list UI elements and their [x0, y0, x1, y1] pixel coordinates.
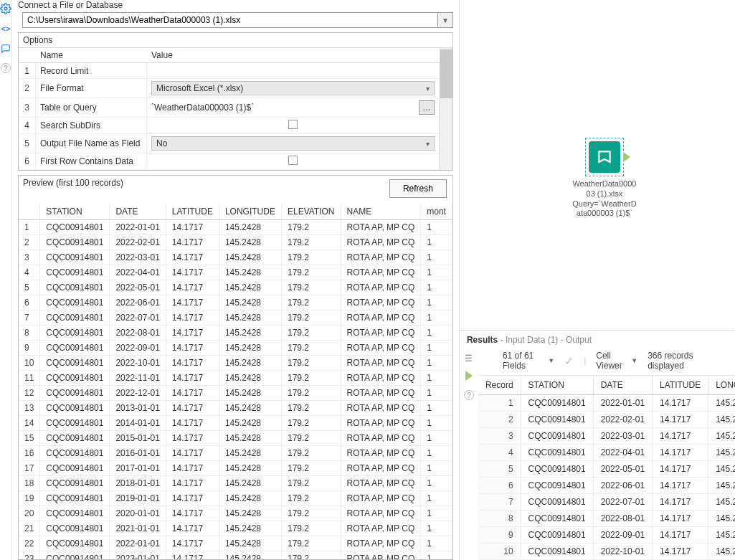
option-value[interactable]: No▾	[147, 134, 440, 153]
table-row[interactable]: 12CQC009148012022-12-0114.1717145.242817…	[19, 386, 452, 401]
option-value[interactable]	[147, 118, 440, 134]
results-header: Results - Input Data (1) - Output	[460, 330, 735, 348]
option-name: Record Limit	[36, 63, 147, 79]
file-path-dropdown[interactable]: ▼	[437, 12, 453, 28]
table-row[interactable]: 2CQC009148012022-02-0114.1717145.2428179…	[19, 235, 452, 250]
option-name: File Format	[36, 79, 147, 98]
table-row[interactable]: 5CQC009148012022-05-0114.1717145.2428179…	[19, 280, 452, 295]
preview-col-header[interactable]: ELEVATION	[281, 204, 341, 220]
table-row[interactable]: 11CQC009148012022-11-0114.1717145.242817…	[19, 371, 452, 386]
record-count: 366 records displayed	[648, 351, 714, 371]
table-row[interactable]: 22CQC009148012022-01-0114.1717145.242817…	[19, 536, 452, 551]
svg-point-0	[4, 7, 7, 10]
list-icon[interactable]: ☰	[465, 353, 473, 364]
preview-col-header[interactable]: NAME	[341, 204, 421, 220]
xml-icon[interactable]: <>	[0, 23, 11, 34]
option-name: Output File Name as Field	[36, 134, 147, 153]
table-row[interactable]: 4CQC009148012022-04-0114.1717145.2428	[478, 445, 735, 461]
option-value[interactable]: `WeatherData000003 (1)$`…	[147, 98, 440, 118]
table-row[interactable]: 16CQC009148012016-01-0114.1717145.242817…	[19, 446, 452, 461]
preview-col-header[interactable]: LATITUDE	[166, 204, 219, 220]
input-data-tool[interactable]: WeatherData000003 (1).xlsxQuery=`Weather…	[566, 138, 642, 219]
table-row[interactable]: 20CQC009148012020-01-0114.1717145.242817…	[19, 506, 452, 521]
results-col-header[interactable]: Record	[478, 376, 521, 395]
annotation-icon[interactable]	[0, 43, 11, 54]
refresh-button[interactable]: Refresh	[389, 179, 447, 198]
fields-dropdown[interactable]: 61 of 61 Fields▼	[503, 351, 554, 371]
workflow-canvas[interactable]: WeatherData000003 (1).xlsxQuery=`Weather…	[460, 0, 735, 330]
option-value[interactable]	[147, 63, 440, 79]
tool-caption: WeatherData000003 (1).xlsxQuery=`Weather…	[566, 179, 642, 219]
results-toolbar: 61 of 61 Fields▼ ✓ | Cell Viewer▼ 366 re…	[478, 348, 735, 376]
connect-title: Connect a File or Database	[12, 0, 459, 12]
results-col-header[interactable]: DATE	[593, 376, 652, 395]
table-row[interactable]: 14CQC009148012014-01-0114.1717145.242817…	[19, 416, 452, 431]
table-row[interactable]: 3CQC009148012022-03-0114.1717145.2428	[478, 428, 735, 445]
table-row[interactable]: 13CQC009148012013-01-0114.1717145.242817…	[19, 401, 452, 416]
options-scrollbar[interactable]	[440, 48, 452, 170]
table-row[interactable]: 6CQC009148012022-06-0114.1717145.2428	[478, 478, 735, 494]
options-label: Options	[19, 33, 452, 47]
table-row[interactable]: 9CQC009148012022-09-0114.1717145.2428179…	[19, 341, 452, 356]
output-anchor[interactable]	[623, 152, 630, 162]
results-col-header[interactable]: STATION	[521, 376, 593, 395]
table-row[interactable]: 18CQC009148012018-01-0114.1717145.242817…	[19, 476, 452, 491]
gear-icon[interactable]	[0, 3, 11, 14]
table-row[interactable]: 10CQC009148012022-10-0114.1717145.2428	[478, 544, 735, 560]
option-name: Table or Query	[36, 98, 147, 118]
option-name: First Row Contains Data	[36, 153, 147, 170]
table-row[interactable]: 9CQC009148012022-09-0114.1717145.2428	[478, 527, 735, 544]
results-col-header[interactable]: LONGITUDE	[708, 376, 735, 395]
left-icon-rail: <> ?	[0, 0, 12, 560]
table-row[interactable]: 15CQC009148012015-01-0114.1717145.242817…	[19, 431, 452, 446]
option-name: Search SubDirs	[36, 118, 147, 134]
results-help-icon[interactable]: ?	[464, 390, 474, 400]
table-row[interactable]: 5CQC009148012022-05-0114.1717145.2428	[478, 461, 735, 478]
table-row[interactable]: 1CQC009148012022-01-0114.1717145.2428	[478, 395, 735, 412]
results-col-header[interactable]: LATITUDE	[653, 376, 708, 395]
right-panel: WeatherData000003 (1).xlsxQuery=`Weather…	[460, 0, 735, 560]
config-panel: Connect a File or Database ▼ Options Nam…	[12, 0, 460, 560]
table-row[interactable]: 2CQC009148012022-02-0114.1717145.2428	[478, 412, 735, 428]
preview-box: Preview (first 100 records) Refresh STAT…	[18, 175, 453, 560]
preview-col-header[interactable]: DATE	[110, 204, 166, 220]
table-row[interactable]: 7CQC009148012022-07-0114.1717145.2428179…	[19, 310, 452, 326]
results-table: RecordSTATIONDATELATITUDELONGITUDE 1CQC0…	[478, 376, 735, 560]
results-side-rail: ☰ ?	[460, 348, 478, 560]
table-row[interactable]: 3CQC009148012022-03-0114.1717145.2428179…	[19, 250, 452, 265]
input-data-icon	[589, 141, 620, 173]
table-row[interactable]: 21CQC009148012021-01-0114.1717145.242817…	[19, 521, 452, 536]
apply-icon[interactable]: ✓	[564, 354, 574, 368]
preview-table: STATIONDATELATITUDELONGITUDEELEVATIONNAM…	[19, 204, 452, 559]
option-value[interactable]	[147, 153, 440, 170]
table-row[interactable]: 1CQC009148012022-01-0114.1717145.2428179…	[19, 220, 452, 235]
cell-viewer-dropdown[interactable]: Cell Viewer▼	[596, 351, 637, 371]
preview-label: Preview (first 100 records)	[23, 178, 123, 188]
preview-col-header[interactable]: mont	[421, 204, 452, 220]
table-row[interactable]: 17CQC009148012017-01-0114.1717145.242817…	[19, 461, 452, 476]
svg-marker-1	[623, 152, 630, 162]
option-value[interactable]: Microsoft Excel (*.xlsx)▾	[147, 79, 440, 98]
browse-button[interactable]: …	[419, 100, 435, 115]
table-row[interactable]: 10CQC009148012022-10-0114.1717145.242817…	[19, 356, 452, 371]
options-box: Options NameValue1Record Limit2File Form…	[18, 32, 453, 171]
table-row[interactable]: 8CQC009148012022-08-0114.1717145.2428179…	[19, 326, 452, 341]
table-row[interactable]: 4CQC009148012022-04-0114.1717145.2428179…	[19, 265, 452, 280]
table-row[interactable]: 7CQC009148012022-07-0114.1717145.2428	[478, 494, 735, 511]
help-icon[interactable]: ?	[1, 63, 11, 73]
preview-col-header[interactable]: STATION	[40, 204, 110, 220]
run-anchor-icon[interactable]	[465, 371, 473, 383]
file-path-input[interactable]	[22, 12, 437, 28]
table-row[interactable]: 6CQC009148012022-06-0114.1717145.2428179…	[19, 295, 452, 310]
table-row[interactable]: 19CQC009148012019-01-0114.1717145.242817…	[19, 491, 452, 506]
preview-col-header[interactable]: LONGITUDE	[219, 204, 281, 220]
table-row[interactable]: 8CQC009148012022-08-0114.1717145.2428	[478, 511, 735, 527]
table-row[interactable]: 23CQC009148012023-01-0114.1717145.242817…	[19, 551, 452, 560]
svg-marker-2	[465, 371, 473, 381]
